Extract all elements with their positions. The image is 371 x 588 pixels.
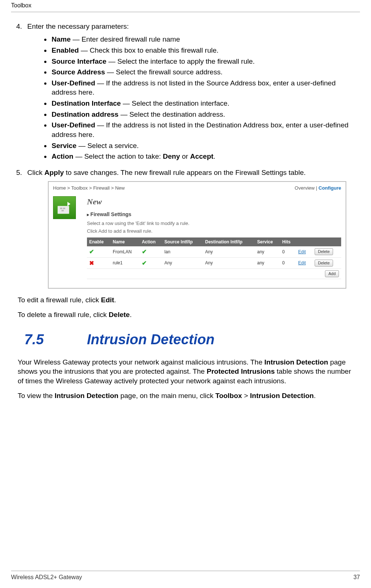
list-item: Service — Select a service. [51,141,353,151]
text: To delete a firewall rule, click [18,311,109,318]
help-text: Click Add to add a firewall rule. [87,228,341,235]
col-action: Action [140,237,162,246]
text: Click [27,169,44,176]
table-row: ✖ rule1 ✔ Any Any any 0 Edit Delete [87,257,341,269]
page-header: Toolbox [11,0,360,12]
edit-word: Edit [101,296,114,304]
page-footer: Wireless ADSL2+ Gateway 37 [11,571,360,581]
cell-dst: Any [203,257,255,269]
delete-button[interactable]: Delete [315,260,333,267]
view-links: Overview | Configure [295,185,341,191]
term: Service [52,142,77,149]
intro-paragraph: Your Wireless Gateway protects your netw… [18,358,353,386]
col-name: Name [111,237,140,246]
configure-link[interactable]: Configure [319,185,341,191]
edit-instruction: To edit a firewall rule, click Edit. [18,295,353,305]
desc: — Select the firewall source address. [105,68,223,76]
col-dst: Destination Intf/Ip [203,237,255,246]
bold-text: Intrusion Detection [265,358,328,366]
add-button[interactable]: Add [325,270,339,277]
term: Action [52,152,73,160]
list-item: Destination address — Select the destina… [51,110,353,119]
list-item: Enabled — Check this box to enable this … [51,46,353,55]
cell-src: Any [162,257,203,269]
term: Source Interface [52,57,106,65]
text: To edit a firewall rule, click [18,296,101,304]
svg-rect-1 [60,208,62,209]
table-footer-row: Add [87,269,341,279]
cell-service: any [255,246,280,257]
col-hits: Hits [280,237,296,246]
check-icon: ✔ [142,249,147,255]
check-icon: ✔ [89,249,94,255]
option-accept: Accept [190,152,213,160]
svg-rect-2 [63,208,65,209]
desc: — Check this box to enable this firewall… [79,46,218,54]
cell-service: any [255,257,280,269]
sep: or [180,152,190,160]
term: Name [52,35,71,43]
overview-link[interactable]: Overview [295,185,315,191]
text: . [130,311,132,318]
text: To view the [18,392,55,399]
text: . [114,296,116,304]
step-number: 4. [16,22,27,31]
bold-text: Toolbox [215,392,242,399]
option-deny: Deny [163,152,180,160]
cell-name: FromLAN [111,246,140,257]
parameter-list: Name — Enter desired firewall rule name … [27,35,353,161]
step-5: 5.Click Apply to save changes. The new f… [27,168,353,289]
text: to save changes. The new firewall rule a… [64,169,306,176]
list-item: User-Defined — If the address is not lis… [51,120,353,139]
cell-dst: Any [203,246,255,257]
footer-left: Wireless ADSL2+ Gateway [11,573,82,581]
step-intro: Enter the necessary parameters: [27,22,129,30]
list-item: Name — Enter desired firewall rule name [51,35,353,44]
firewall-screenshot: Home > Toolbox > Firewall > New Overview… [48,181,346,289]
desc: — If the address is not listed in the De… [52,121,349,138]
edit-link[interactable]: Edit [298,249,306,254]
term: Source Address [52,68,105,76]
list-item: Action — Select the action to take: Deny… [51,152,353,161]
desc: — Enter desired firewall rule name [71,35,180,43]
panel-title: New [87,196,341,207]
term: Destination address [52,110,119,118]
term: User-Defined [52,121,95,129]
col-enable: Enable [87,237,111,246]
end: . [213,152,215,160]
text: > [242,392,250,399]
bold-text: Intrusion Detection [250,392,314,399]
table-row: ✔ FromLAN ✔ lan Any any 0 Edit Delete [87,246,341,257]
list-item: Destination Interface — Select the desti… [51,99,353,108]
page-number: 37 [353,573,360,581]
list-item: Source Interface — Select the interface … [51,57,353,66]
cell-hits: 0 [280,246,296,257]
list-item: Source Address — Select the firewall sou… [51,67,353,77]
desc: — Select the destination interface. [121,99,230,107]
edit-link[interactable]: Edit [298,260,306,265]
list-item: User-Defined — If the address is not lis… [51,78,353,97]
desc: — Select the action to take: [73,152,163,160]
text: . [314,392,316,399]
section-title: Intrusion Detection [87,332,214,347]
desc: — Select the destination address. [119,110,225,118]
apply-word: Apply [44,169,64,176]
step-number: 5. [16,168,27,177]
svg-rect-3 [62,210,64,211]
firewall-table: Enable Name Action Source Intf/Ip Destin… [87,237,341,279]
term: Enabled [52,46,79,54]
term: Destination Interface [52,99,121,107]
delete-button[interactable]: Delete [315,248,333,255]
bold-text: Intrusion Detection [55,392,118,399]
delete-word: Delete [109,311,130,318]
help-text: Select a row using the 'Edit' link to mo… [87,220,341,227]
bold-text: Protected Intrusions [207,367,275,375]
cell-hits: 0 [280,257,296,269]
breadcrumb: Home > Toolbox > Firewall > New [53,185,125,191]
section-number: 7.5 [24,330,87,349]
cross-icon: ✖ [89,260,94,266]
view-paragraph: To view the Intrusion Detection page, on… [18,391,353,401]
sep: | [315,185,319,191]
term: User-Defined [52,79,95,87]
col-service: Service [255,237,280,246]
